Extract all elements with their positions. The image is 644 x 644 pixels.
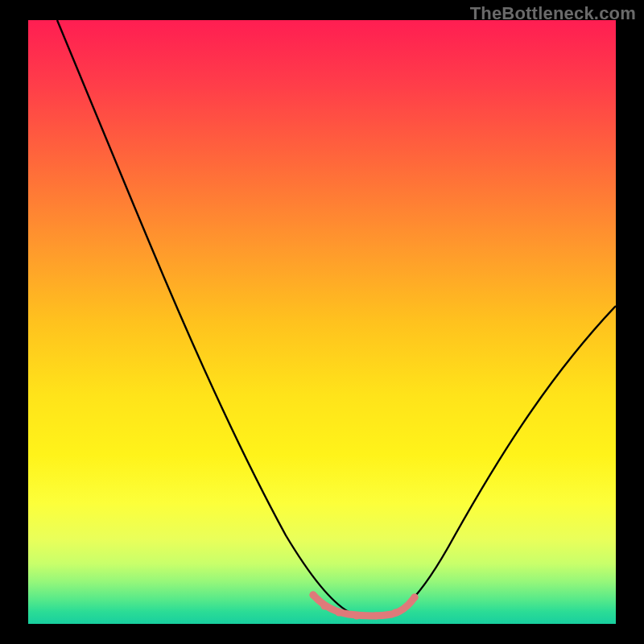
highlight-dot (310, 592, 317, 599)
highlight-dot (411, 594, 419, 601)
highlight-dot (353, 613, 361, 620)
plot-area (28, 20, 616, 624)
curve-layer (28, 20, 616, 624)
highlight-dot (321, 603, 328, 610)
flat-bottom-highlight (313, 595, 415, 616)
watermark-text: TheBottleneck.com (470, 3, 636, 24)
chart-frame: TheBottleneck.com (0, 0, 644, 644)
highlight-dot (336, 609, 343, 617)
highlight-dot (373, 613, 380, 620)
highlight-dot (392, 609, 399, 617)
bottleneck-curve (57, 20, 616, 616)
